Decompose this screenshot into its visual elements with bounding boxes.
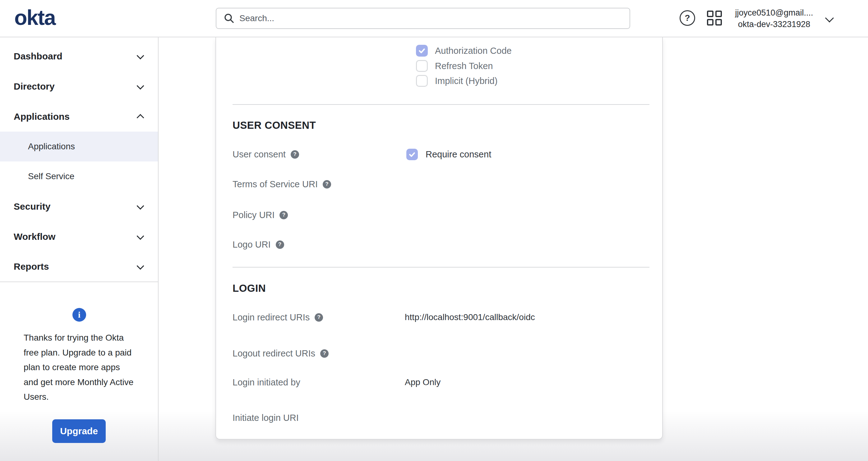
logo-uri-row: Logo URI ? [232, 238, 284, 251]
top-header: okta ? jjoyce0510@gmail.... okta-dev-332… [0, 0, 868, 37]
policy-uri-row: Policy URI ? [232, 208, 288, 222]
user-consent-section-title: USER CONSENT [232, 119, 316, 131]
require-consent-row: Require consent [406, 147, 491, 161]
user-consent-label-row: User consent ? [232, 147, 299, 161]
chevron-down-icon [136, 82, 144, 89]
sidebar-item-workflow[interactable]: Workflow [0, 222, 158, 252]
user-consent-label: User consent [232, 149, 286, 160]
require-consent-checkbox[interactable] [406, 149, 418, 160]
sidebar-item-label: Directory [14, 81, 55, 92]
logout-redirect-row: Logout redirect URIs ? [232, 347, 329, 360]
info-glyph: i [78, 310, 81, 320]
login-redirect-value: http://localhost:9001/callback/oidc [405, 311, 535, 324]
login-redirect-label: Login redirect URIs [232, 312, 310, 323]
info-icon: i [72, 308, 86, 322]
grant-type-row: Refresh Token [416, 59, 493, 73]
sidebar-item-label: Reports [14, 261, 49, 272]
chevron-down-icon [136, 202, 144, 209]
grant-type-row: Implicit (Hybrid) [416, 74, 497, 88]
checkmark-icon [408, 150, 416, 159]
help-icon[interactable]: ? [680, 10, 695, 26]
terms-of-service-row: Terms of Service URI ? [232, 177, 331, 191]
chevron-down-icon [136, 232, 144, 239]
search-input[interactable] [239, 9, 629, 28]
login-redirect-row: Login redirect URIs ? [232, 311, 323, 324]
question-help-icon[interactable]: ? [315, 313, 323, 322]
login-initiated-value: App Only [405, 375, 440, 389]
sidebar-item-label: Applications [14, 111, 70, 122]
search-icon [224, 13, 235, 24]
initiate-login-row: Initiate login URI [232, 411, 299, 425]
apps-grid-icon[interactable] [706, 10, 722, 26]
question-help-icon[interactable]: ? [279, 211, 288, 219]
global-search[interactable] [216, 8, 630, 29]
checkbox-label: Authorization Code [435, 46, 512, 56]
sidebar-item-reports[interactable]: Reports [0, 251, 158, 282]
sidebar-subitem-applications[interactable]: Applications [0, 132, 158, 162]
checkmark-icon [418, 47, 426, 55]
sidebar-item-label: Dashboard [14, 51, 62, 62]
sidebar-nav: Dashboard Directory Applications Applica… [0, 37, 159, 461]
login-initiated-label: Login initiated by [232, 377, 300, 387]
sidebar-item-security[interactable]: Security [0, 191, 158, 222]
logo-uri-label: Logo URI [232, 239, 271, 250]
account-email: jjoyce0510@gmail.... [727, 7, 821, 19]
app-settings-card: Authorization Code Refresh Token Implici… [215, 37, 663, 439]
grant-type-row: Authorization Code [416, 44, 512, 58]
require-consent-label: Require consent [426, 149, 491, 160]
sidebar-subitem-self-service[interactable]: Self Service [0, 162, 158, 191]
sidebar-subitem-label: Self Service [28, 171, 74, 181]
logout-redirect-label: Logout redirect URIs [232, 348, 315, 359]
question-help-icon[interactable]: ? [291, 150, 299, 159]
account-org: okta-dev-33231928 [727, 19, 821, 30]
initiate-login-label: Initiate login URI [232, 413, 299, 423]
section-divider [232, 267, 649, 267]
question-help-icon[interactable]: ? [323, 180, 331, 189]
chevron-up-icon [136, 114, 144, 121]
account-menu[interactable]: jjoyce0510@gmail.... okta-dev-33231928 [727, 7, 821, 30]
policy-uri-label: Policy URI [232, 210, 275, 220]
login-section-title: LOGIN [232, 283, 266, 294]
refresh-token-checkbox[interactable] [416, 60, 428, 72]
upgrade-button[interactable]: Upgrade [52, 419, 106, 443]
checkbox-label: Refresh Token [435, 61, 493, 71]
upgrade-message: Thanks for trying the Okta free plan. Up… [24, 330, 136, 404]
question-help-icon[interactable]: ? [320, 349, 329, 358]
sidebar-item-applications[interactable]: Applications [0, 102, 158, 132]
section-divider [232, 104, 649, 105]
sidebar-item-dashboard[interactable]: Dashboard [0, 41, 158, 71]
sidebar-subitem-label: Applications [28, 142, 75, 151]
login-initiated-row: Login initiated by [232, 375, 300, 389]
sidebar-item-directory[interactable]: Directory [0, 71, 158, 102]
account-chevron-down-icon[interactable] [825, 14, 834, 22]
help-glyph: ? [685, 13, 690, 23]
checkbox-label: Implicit (Hybrid) [435, 76, 497, 86]
authorization-code-checkbox[interactable] [416, 45, 428, 57]
okta-logo[interactable]: okta [14, 5, 55, 30]
chevron-down-icon [136, 52, 144, 59]
sidebar-divider [0, 282, 158, 282]
sidebar-item-label: Security [14, 201, 50, 212]
sidebar-item-label: Workflow [14, 231, 55, 242]
terms-of-service-label: Terms of Service URI [232, 179, 318, 190]
chevron-down-icon [136, 262, 144, 269]
implicit-hybrid-checkbox[interactable] [416, 75, 428, 87]
question-help-icon[interactable]: ? [276, 240, 284, 249]
